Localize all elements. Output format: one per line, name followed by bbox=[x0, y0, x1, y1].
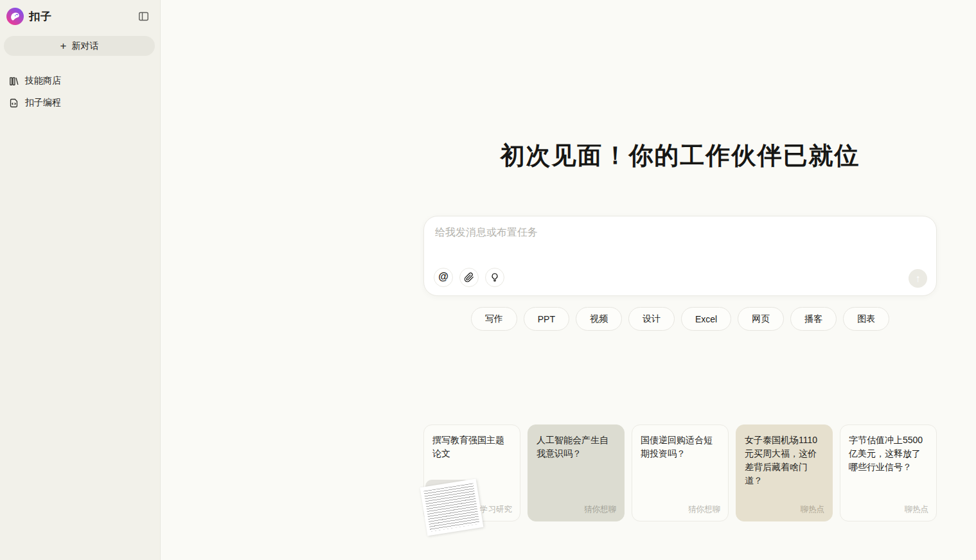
sidebar-header: 扣子 bbox=[0, 0, 160, 32]
sidebar-item-skill-store[interactable]: 技能商店 bbox=[0, 70, 160, 92]
paper-text-lines bbox=[423, 483, 479, 531]
skill-store-icon bbox=[8, 76, 19, 87]
skill-chip[interactable]: 设计 bbox=[628, 307, 675, 331]
new-chat-label: 新对话 bbox=[71, 40, 98, 52]
send-button[interactable]: ↑ bbox=[909, 269, 927, 288]
skill-chip[interactable]: 图表 bbox=[843, 307, 889, 331]
skill-chip-label: 播客 bbox=[804, 313, 822, 325]
mention-button[interactable]: @ bbox=[434, 268, 453, 287]
quick-skill-chips: 写作 PPT 视频 设计 Excel 网页 bbox=[423, 307, 937, 331]
suggestion-card[interactable]: 国债逆回购适合短期投资吗？ 猜你想聊 bbox=[632, 424, 729, 521]
attach-file-button[interactable] bbox=[459, 268, 479, 287]
lightbulb-icon bbox=[490, 272, 500, 283]
coze-coding-icon bbox=[8, 98, 19, 109]
suggestion-card[interactable]: 字节估值冲上5500亿美元，这释放了哪些行业信号？ 聊热点 bbox=[840, 424, 937, 521]
skill-chip-label: 设计 bbox=[643, 313, 661, 325]
suggestion-cards: 撰写教育强国主题论文 学习研究 人工智能会产生自我意识吗？ bbox=[423, 424, 937, 521]
suggestion-card-title: 字节估值冲上5500亿美元，这释放了哪些行业信号？ bbox=[849, 433, 928, 474]
message-composer[interactable]: @ bbox=[423, 216, 937, 296]
document-thumbnail bbox=[424, 469, 482, 521]
plus-icon: + bbox=[60, 40, 67, 51]
new-chat-button[interactable]: + 新对话 bbox=[4, 36, 155, 56]
app-title: 扣子 bbox=[29, 9, 52, 24]
skill-chip-label: 视频 bbox=[590, 313, 608, 325]
suggestion-card-title: 国债逆回购适合短期投资吗？ bbox=[641, 433, 720, 460]
suggestion-card-tag: 聊热点 bbox=[801, 504, 825, 515]
coze-logo-icon bbox=[6, 8, 24, 25]
suggestion-card[interactable]: 女子泰国机场1110元买周大福，这价差背后藏着啥门道？ 聊热点 bbox=[736, 424, 833, 521]
message-input[interactable] bbox=[435, 227, 898, 238]
suggestion-card-title: 人工智能会产生自我意识吗？ bbox=[537, 433, 616, 460]
suggestion-card-tag: 聊热点 bbox=[905, 504, 929, 515]
skill-chip[interactable]: 视频 bbox=[576, 307, 622, 331]
collapse-sidebar-icon[interactable] bbox=[136, 8, 151, 24]
main-area: 初次见面！你的工作伙伴已就位 @ bbox=[161, 0, 976, 560]
sidebar-item-label: 技能商店 bbox=[25, 75, 61, 87]
skill-chip[interactable]: PPT bbox=[524, 307, 569, 331]
sidebar-item-coze-coding[interactable]: 扣子编程 bbox=[0, 92, 160, 114]
suggestion-card-tag: 学习研究 bbox=[480, 504, 512, 515]
skill-chip[interactable]: Excel bbox=[681, 307, 731, 331]
inspiration-button[interactable] bbox=[485, 268, 504, 287]
sidebar-nav: 技能商店 扣子编程 bbox=[0, 70, 160, 114]
skill-chip-label: 图表 bbox=[857, 313, 875, 325]
skill-chip-label: 写作 bbox=[485, 313, 503, 325]
suggestion-card-title: 女子泰国机场1110元买周大福，这价差背后藏着啥门道？ bbox=[745, 433, 824, 487]
suggestion-card-title: 撰写教育强国主题论文 bbox=[432, 433, 511, 460]
skill-chip[interactable]: 写作 bbox=[471, 307, 517, 331]
skill-chip-label: PPT bbox=[538, 314, 555, 324]
skill-chip[interactable]: 播客 bbox=[790, 307, 837, 331]
suggestion-card-tag: 猜你想聊 bbox=[584, 504, 616, 515]
suggestion-card-tag: 猜你想聊 bbox=[688, 504, 720, 515]
paperclip-icon bbox=[464, 272, 474, 283]
suggestion-card[interactable]: 人工智能会产生自我意识吗？ 猜你想聊 bbox=[528, 424, 625, 521]
skill-chip[interactable]: 网页 bbox=[738, 307, 784, 331]
skill-chip-label: Excel bbox=[695, 314, 717, 324]
paper-sheet bbox=[420, 479, 484, 536]
arrow-up-icon: ↑ bbox=[916, 273, 921, 284]
sidebar-item-label: 扣子编程 bbox=[25, 97, 61, 109]
composer-toolbar: @ bbox=[434, 268, 504, 287]
sidebar: 扣子 + 新对话 技能商店 bbox=[0, 0, 161, 560]
suggestion-card[interactable]: 撰写教育强国主题论文 学习研究 bbox=[423, 424, 520, 521]
thumbnail-backdrop bbox=[425, 480, 470, 517]
welcome-heading: 初次见面！你的工作伙伴已就位 bbox=[423, 139, 937, 172]
at-sign-icon: @ bbox=[438, 272, 448, 282]
skill-chip-label: 网页 bbox=[752, 313, 770, 325]
